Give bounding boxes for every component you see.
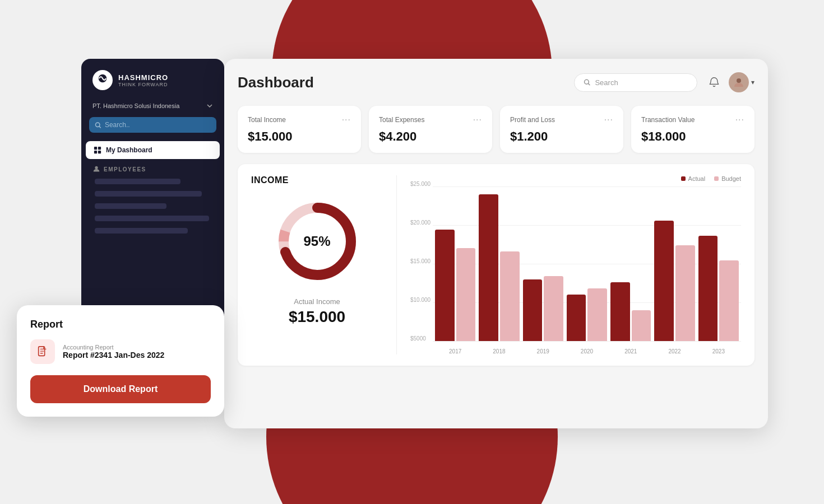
sidebar-logo-name: HASHMICRO xyxy=(118,73,168,82)
svg-point-6 xyxy=(95,166,98,169)
sidebar-nav-placeholder-1 xyxy=(95,179,180,184)
header-search-box[interactable] xyxy=(574,73,697,92)
stat-card-profit-loss: Profit and Loss ··· $1.200 xyxy=(500,106,623,153)
svg-point-8 xyxy=(737,78,741,83)
stat-cards-row: Total Income ··· $15.000 Total Expenses … xyxy=(238,106,754,153)
bar-budget-2022 xyxy=(675,245,695,341)
bar-group-2017 xyxy=(435,186,475,341)
bar-actual-2017 xyxy=(435,230,455,341)
section-label-text: EMPLOYEES xyxy=(104,166,146,172)
avatar-chevron-icon[interactable]: ▾ xyxy=(751,78,754,86)
y-axis-label-3: $10.000 xyxy=(410,297,430,303)
bar-actual-2019 xyxy=(523,279,543,341)
x-label-2023: 2023 xyxy=(698,348,739,354)
sidebar-search-box[interactable] xyxy=(89,117,216,133)
search-icon xyxy=(95,122,101,129)
bar-actual-2021 xyxy=(610,282,630,341)
sidebar-logo-tagline: THINK FORWARD xyxy=(118,82,168,87)
bars-group xyxy=(433,186,741,341)
sidebar-nav-placeholder-4 xyxy=(95,216,209,221)
income-donut-chart: 95% xyxy=(272,197,362,286)
donut-center-text: 95% xyxy=(303,234,330,249)
document-icon xyxy=(36,346,49,358)
stat-label-total-income: Total Income xyxy=(248,116,286,124)
y-axis-label-2: $15.000 xyxy=(410,258,430,264)
stat-menu-transaction-value[interactable]: ··· xyxy=(735,115,744,125)
avatar-icon xyxy=(732,76,746,89)
sidebar-search-input[interactable] xyxy=(105,121,211,129)
bar-budget-2023 xyxy=(719,260,739,341)
dashboard-panel: Dashboard ▾ Total Income xyxy=(224,59,768,428)
legend-actual-dot xyxy=(681,176,686,181)
income-left-panel: INCOME 95% Actual Income $15.000 xyxy=(251,175,397,354)
report-item-subtitle: Accounting Report xyxy=(63,344,164,351)
y-axis-label-0: $25.000 xyxy=(410,181,430,187)
donut-percent: 95% xyxy=(303,234,330,249)
report-card-title: Report xyxy=(30,319,211,330)
bar-actual-2018 xyxy=(479,194,498,341)
dashboard-header: Dashboard ▾ xyxy=(238,72,754,92)
sidebar-nav-placeholder-3 xyxy=(95,203,166,209)
bar-actual-2020 xyxy=(567,295,586,341)
stat-value-total-income: $15.000 xyxy=(248,129,351,144)
sidebar-company-name: PT. Hashmicro Solusi Indonesia xyxy=(92,102,206,109)
legend-budget-dot xyxy=(714,176,719,181)
header-search-input[interactable] xyxy=(595,78,688,87)
income-section-title: INCOME xyxy=(251,175,289,185)
report-icon-box xyxy=(30,339,55,364)
stat-label-transaction-value: Transaction Value xyxy=(641,116,695,124)
stat-card-total-income: Total Income ··· $15.000 xyxy=(238,106,361,153)
dashboard-title: Dashboard xyxy=(238,74,574,91)
grid-line-4: $5000 xyxy=(433,341,741,342)
svg-rect-3 xyxy=(98,147,101,150)
stat-menu-profit-loss[interactable]: ··· xyxy=(604,115,613,125)
x-label-2019: 2019 xyxy=(523,348,563,354)
chart-area: $25.000$20.000$15.000$10.000$5000 201720… xyxy=(410,186,741,354)
x-label-2022: 2022 xyxy=(654,348,695,354)
stat-value-transaction-value: $18.000 xyxy=(641,129,744,144)
income-section: INCOME 95% Actual Income $15.000 xyxy=(238,164,754,366)
legend-actual: Actual xyxy=(681,175,706,182)
bell-button[interactable] xyxy=(704,72,724,92)
sidebar-nav-placeholder-2 xyxy=(95,191,202,197)
x-label-2020: 2020 xyxy=(567,348,607,354)
sidebar-item-label: My Dashboard xyxy=(106,146,152,154)
bar-actual-2022 xyxy=(654,221,674,341)
y-axis-label-4: $5000 xyxy=(410,335,426,342)
sidebar-item-my-dashboard[interactable]: My Dashboard xyxy=(86,141,220,159)
stat-menu-total-income[interactable]: ··· xyxy=(342,115,351,125)
employees-icon xyxy=(92,165,100,173)
bar-budget-2020 xyxy=(587,288,607,341)
bar-group-2019 xyxy=(523,186,563,341)
bar-budget-2017 xyxy=(456,248,476,341)
income-bar-chart: Actual Budget $25.000$20.000$15.000$10.0… xyxy=(397,175,741,354)
search-icon xyxy=(584,78,590,86)
stat-label-total-expenses: Total Expenses xyxy=(379,116,424,124)
grid-icon xyxy=(94,146,101,154)
stat-value-profit-loss: $1.200 xyxy=(510,129,613,144)
sidebar-logo-text: HASHMICRO THINK FORWARD xyxy=(118,73,168,87)
stat-menu-total-expenses[interactable]: ··· xyxy=(473,115,482,125)
report-item-content: Accounting Report Report #2341 Jan-Des 2… xyxy=(63,344,164,360)
x-label-2021: 2021 xyxy=(610,348,651,354)
bar-budget-2018 xyxy=(500,251,520,341)
bar-budget-2021 xyxy=(632,310,651,341)
report-item: Accounting Report Report #2341 Jan-Des 2… xyxy=(30,339,211,364)
download-report-button[interactable]: Download Report xyxy=(30,375,211,403)
user-avatar[interactable] xyxy=(729,72,749,92)
report-item-main: Report #2341 Jan-Des 2022 xyxy=(63,351,164,360)
x-label-2018: 2018 xyxy=(479,348,519,354)
sidebar-company-selector[interactable]: PT. Hashmicro Solusi Indonesia xyxy=(81,99,224,113)
bar-budget-2019 xyxy=(544,276,563,341)
hashmicro-logo-icon xyxy=(92,70,113,90)
sidebar-nav-placeholder-5 xyxy=(95,228,188,234)
actual-income-value: $15.000 xyxy=(289,308,345,326)
bar-actual-2023 xyxy=(698,236,718,341)
actual-income-label: Actual Income xyxy=(294,297,340,306)
legend-actual-label: Actual xyxy=(688,175,706,182)
stat-value-total-expenses: $4.200 xyxy=(379,129,482,144)
bar-group-2020 xyxy=(567,186,607,341)
svg-rect-2 xyxy=(94,147,97,150)
svg-rect-5 xyxy=(98,151,101,153)
bar-group-2021 xyxy=(610,186,651,341)
